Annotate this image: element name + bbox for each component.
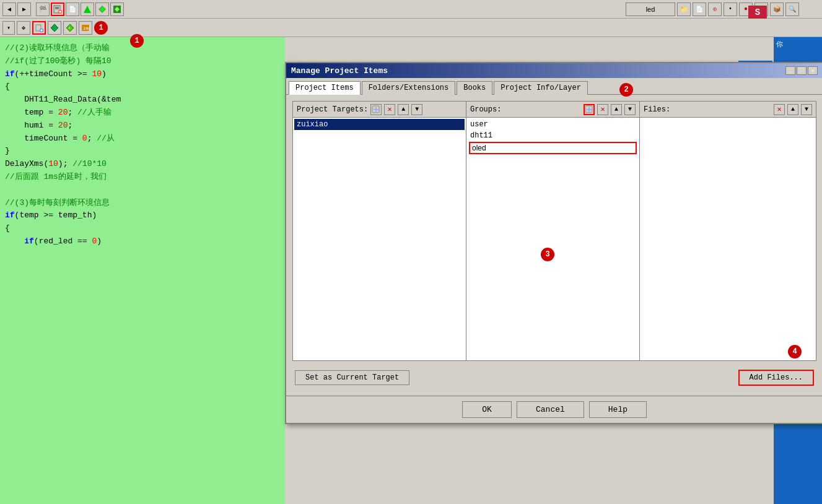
- tab-project-info-layer[interactable]: Project Info/Layer: [494, 81, 588, 95]
- dialog-minimize-btn[interactable]: _: [785, 66, 795, 75]
- code-line-3: if(++timeCount >= 10): [5, 68, 280, 81]
- dialog-titlebar-buttons: _ □ ✕: [785, 66, 818, 75]
- files-label: Files:: [644, 105, 670, 114]
- targets-up-btn[interactable]: ▲: [398, 104, 409, 115]
- tab-project-items[interactable]: Project Items: [289, 81, 361, 95]
- toolbar2-btn3[interactable]: [48, 21, 61, 35]
- code-line-4: {: [5, 80, 280, 93]
- tab-books[interactable]: Books: [457, 81, 492, 95]
- toolbar2-new-component-btn[interactable]: [32, 21, 46, 35]
- code-line-6: temp = 20; //人手输: [5, 106, 280, 119]
- ok-btn[interactable]: OK: [462, 401, 512, 418]
- dialog-maximize-btn[interactable]: □: [797, 66, 807, 75]
- toolbar-new-item-btn[interactable]: [51, 2, 64, 16]
- dialog-content: Project Targets: ✕ ▲ ▼ zuixiao Groups:: [286, 95, 822, 396]
- code-line-11: //后面跟 1ms的延时，我们: [5, 171, 280, 184]
- annotation-1: 1: [94, 21, 108, 35]
- groups-new-btn[interactable]: [584, 104, 595, 115]
- dialog-title: Manage Project Items: [291, 66, 388, 76]
- group-item-dht11[interactable]: dht11: [468, 130, 638, 141]
- targets-down-btn[interactable]: ▼: [411, 104, 422, 115]
- toolbar-copy-btn[interactable]: 📄: [66, 2, 79, 16]
- groups-down-btn[interactable]: ▼: [624, 104, 636, 115]
- dialog-footer: Set as Current Target 4 Add Files...: [292, 366, 816, 389]
- toolbar-green2-btn[interactable]: [95, 2, 109, 16]
- group-name-input[interactable]: [469, 142, 637, 154]
- project-targets-panel: Project Targets: ✕ ▲ ▼ zuixiao: [293, 102, 466, 360]
- annotation-1-marker: 1: [130, 34, 144, 48]
- right-sidebar-text: 你: [774, 37, 822, 51]
- groups-header: Groups: ✕ ▲ ▼: [466, 102, 639, 118]
- secondary-toolbar: ▾ ✥ + img 1: [0, 19, 822, 37]
- main-toolbar: ◀ ▶ 🏁 📄 led 📁 📄 ⊙ • ● ⚙ 📦 🔍 S: [0, 0, 822, 19]
- files-up-btn[interactable]: ▲: [787, 104, 798, 115]
- code-line-8: timeCount = 0; //从: [5, 133, 280, 146]
- toolbar-back-btn[interactable]: ◀: [2, 2, 16, 16]
- dialog-tabs: Project Items Folders/Extensions Books P…: [286, 78, 822, 95]
- code-line-16: if(red_led == 0): [5, 235, 280, 248]
- targets-new-btn[interactable]: [370, 104, 382, 115]
- groups-delete-btn[interactable]: ✕: [597, 104, 608, 115]
- toolbar2-dropdown[interactable]: ▾: [2, 21, 15, 35]
- code-line-2: //if(过了100毫秒) 每隔10: [5, 55, 280, 68]
- toolbar-green3-btn[interactable]: [110, 2, 124, 16]
- svg-marker-15: [51, 24, 58, 32]
- toolbar2-cursor-btn[interactable]: ✥: [17, 21, 30, 35]
- files-panel: Files: ✕ ▲ ▼: [640, 102, 816, 360]
- files-delete-btn[interactable]: ✕: [774, 104, 785, 115]
- groups-up-btn[interactable]: ▲: [611, 104, 622, 115]
- files-header: Files: ✕ ▲ ▼: [640, 102, 816, 118]
- code-line-15: {: [5, 222, 280, 235]
- code-line-12: [5, 184, 280, 197]
- toolbar-led-dropdown[interactable]: led: [626, 2, 675, 16]
- project-targets-content: zuixiao: [293, 118, 466, 360]
- code-editor[interactable]: //(2)读取环境信息（手动输 //if(过了100毫秒) 每隔10 if(++…: [0, 37, 285, 504]
- toolbar-doc-btn[interactable]: 📄: [693, 2, 706, 16]
- toolbar-files-btn[interactable]: 📁: [677, 2, 691, 16]
- toolbar-search-btn[interactable]: 🔍: [785, 2, 799, 16]
- files-content: [640, 118, 816, 360]
- targets-delete-btn[interactable]: ✕: [384, 104, 395, 115]
- code-line-14: if(temp >= temp_th): [5, 209, 280, 222]
- manage-project-items-dialog: Manage Project Items _ □ ✕ Project Items…: [285, 62, 822, 424]
- set-current-target-btn[interactable]: Set as Current Target: [295, 370, 409, 385]
- groups-content: user dht11: [466, 118, 639, 360]
- toolbar2-btn5[interactable]: img: [79, 21, 92, 35]
- code-line-13: //(3)每时每刻判断环境信息: [5, 197, 280, 210]
- svg-text:+: +: [68, 26, 71, 31]
- code-line-9: }: [5, 145, 280, 158]
- code-line-5: DHT11_Read_Data(&tem: [5, 93, 280, 106]
- toolbar-target-btn[interactable]: ⊙: [708, 2, 722, 16]
- group-item-oled-editing: [468, 141, 638, 155]
- svg-marker-6: [84, 6, 91, 13]
- toolbar-bookmark-btn[interactable]: 🏁: [36, 2, 50, 16]
- tab-folders-extensions[interactable]: Folders/Extensions: [362, 81, 456, 95]
- toolbar2-btn4[interactable]: +: [63, 21, 77, 35]
- panels-container: Project Targets: ✕ ▲ ▼ zuixiao Groups:: [292, 101, 816, 361]
- toolbar-fwd-btn[interactable]: ▶: [17, 2, 31, 16]
- groups-panel: Groups: ✕ ▲ ▼ 2 user dht11: [466, 102, 640, 360]
- add-files-btn[interactable]: Add Files...: [738, 370, 814, 386]
- svg-text:img: img: [83, 26, 90, 31]
- toolbar-dot-btn[interactable]: •: [724, 2, 737, 16]
- dialog-close-btn[interactable]: ✕: [808, 66, 818, 75]
- annotation-2-marker: 2: [619, 83, 633, 97]
- dialog-bottom-buttons: OK Cancel Help: [286, 396, 822, 423]
- code-line-7: humi = 20;: [5, 119, 280, 133]
- sogou-logo: S: [748, 6, 767, 19]
- code-line-10: DelayXms(10); //10*10: [5, 158, 280, 171]
- project-targets-header: Project Targets: ✕ ▲ ▼: [293, 102, 466, 118]
- target-item-zuixiao[interactable]: zuixiao: [294, 119, 465, 130]
- project-targets-label: Project Targets:: [297, 105, 368, 114]
- cancel-btn[interactable]: Cancel: [517, 401, 584, 418]
- annotation-4: 4: [788, 345, 802, 358]
- help-btn[interactable]: Help: [589, 401, 647, 418]
- groups-label: Groups:: [470, 105, 501, 114]
- toolbar-pkg-btn[interactable]: 📦: [770, 2, 784, 16]
- files-down-btn[interactable]: ▼: [801, 104, 812, 115]
- group-item-user[interactable]: user: [468, 119, 638, 130]
- annotation-3: 3: [541, 248, 554, 261]
- dialog-titlebar: Manage Project Items _ □ ✕: [286, 63, 822, 78]
- toolbar-green1-btn[interactable]: [81, 2, 94, 16]
